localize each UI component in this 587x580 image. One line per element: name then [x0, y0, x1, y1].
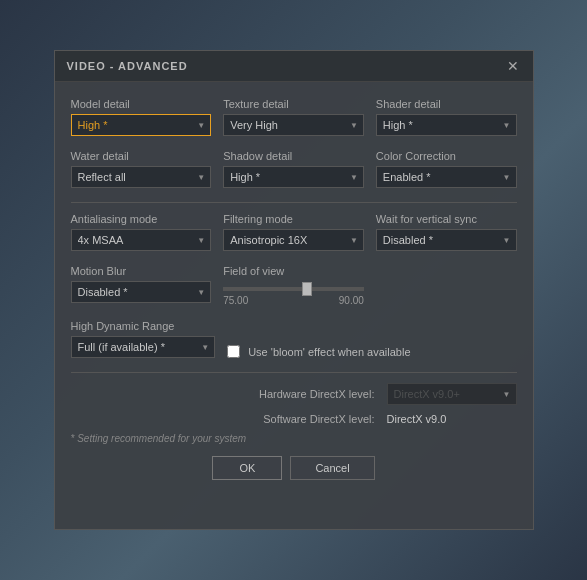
- fov-group: Field of view 75.00 90.00: [223, 265, 364, 306]
- dialog-title-bar: VIDEO - ADVANCED ✕: [55, 51, 533, 82]
- cancel-button[interactable]: Cancel: [290, 456, 374, 480]
- bloom-label: Use 'bloom' effect when available: [248, 346, 410, 358]
- bloom-checkbox-row: Use 'bloom' effect when available: [227, 345, 516, 358]
- shadow-detail-group: Shadow detail Low Medium High * Very Hig…: [223, 150, 364, 188]
- footnote: * Setting recommended for your system: [71, 433, 517, 444]
- texture-detail-label: Texture detail: [223, 98, 364, 110]
- row-1: Model detail High * Low Medium Very High…: [71, 98, 517, 136]
- bloom-group: Use 'bloom' effect when available: [227, 320, 516, 358]
- video-advanced-dialog: VIDEO - ADVANCED ✕ Model detail High * L…: [54, 50, 534, 530]
- fov-min: 75.00: [223, 295, 248, 306]
- vsync-label: Wait for vertical sync: [376, 213, 517, 225]
- shader-detail-label: Shader detail: [376, 98, 517, 110]
- fov-slider[interactable]: [223, 287, 364, 291]
- row-4: Motion Blur Disabled * Enabled Field of …: [71, 265, 517, 306]
- shader-detail-wrapper: Low Medium High * Very High: [376, 114, 517, 136]
- close-button[interactable]: ✕: [505, 59, 521, 73]
- antialiasing-label: Antialiasing mode: [71, 213, 212, 225]
- hardware-directx-select: DirectX v9.0+: [387, 383, 517, 405]
- antialiasing-group: Antialiasing mode None 2x MSAA 4x MSAA 8…: [71, 213, 212, 251]
- hdr-wrapper: Off Full (if available) *: [71, 336, 216, 358]
- shader-detail-group: Shader detail Low Medium High * Very Hig…: [376, 98, 517, 136]
- color-correction-label: Color Correction: [376, 150, 517, 162]
- divider-1: [71, 202, 517, 203]
- motion-blur-wrapper: Disabled * Enabled: [71, 281, 212, 303]
- filtering-group: Filtering mode Bilinear Trilinear Anisot…: [223, 213, 364, 251]
- filtering-wrapper: Bilinear Trilinear Anisotropic 4X Anisot…: [223, 229, 364, 251]
- motion-blur-label: Motion Blur: [71, 265, 212, 277]
- texture-detail-group: Texture detail Low Medium High Very High: [223, 98, 364, 136]
- dialog-body: Model detail High * Low Medium Very High…: [55, 82, 533, 496]
- shadow-detail-label: Shadow detail: [223, 150, 364, 162]
- hardware-directx-label: Hardware DirectX level:: [259, 388, 375, 400]
- shadow-detail-select[interactable]: Low Medium High * Very High: [223, 166, 364, 188]
- fov-labels: 75.00 90.00: [223, 295, 364, 306]
- button-row: OK Cancel: [71, 456, 517, 480]
- color-correction-group: Color Correction Disabled Enabled *: [376, 150, 517, 188]
- water-detail-label: Water detail: [71, 150, 212, 162]
- shader-detail-select[interactable]: Low Medium High * Very High: [376, 114, 517, 136]
- motion-blur-select[interactable]: Disabled * Enabled: [71, 281, 212, 303]
- fov-spacer: [376, 265, 517, 306]
- model-detail-group: Model detail High * Low Medium Very High: [71, 98, 212, 136]
- water-detail-group: Water detail No reflections Reflect worl…: [71, 150, 212, 188]
- antialiasing-wrapper: None 2x MSAA 4x MSAA 8x MSAA: [71, 229, 212, 251]
- filtering-label: Filtering mode: [223, 213, 364, 225]
- model-detail-wrapper: High * Low Medium Very High: [71, 114, 212, 136]
- model-detail-label: Model detail: [71, 98, 212, 110]
- row-5: High Dynamic Range Off Full (if availabl…: [71, 320, 517, 358]
- vsync-wrapper: Disabled * Enabled: [376, 229, 517, 251]
- filtering-select[interactable]: Bilinear Trilinear Anisotropic 4X Anisot…: [223, 229, 364, 251]
- motion-blur-group: Motion Blur Disabled * Enabled: [71, 265, 212, 306]
- texture-detail-wrapper: Low Medium High Very High: [223, 114, 364, 136]
- software-directx-label: Software DirectX level:: [263, 413, 374, 425]
- shadow-detail-wrapper: Low Medium High * Very High: [223, 166, 364, 188]
- divider-2: [71, 372, 517, 373]
- ok-button[interactable]: OK: [212, 456, 282, 480]
- bloom-checkbox[interactable]: [227, 345, 240, 358]
- software-directx-row: Software DirectX level: DirectX v9.0: [71, 413, 517, 425]
- row-3: Antialiasing mode None 2x MSAA 4x MSAA 8…: [71, 213, 517, 251]
- vsync-group: Wait for vertical sync Disabled * Enable…: [376, 213, 517, 251]
- hdr-label: High Dynamic Range: [71, 320, 216, 332]
- texture-detail-select[interactable]: Low Medium High Very High: [223, 114, 364, 136]
- software-directx-value: DirectX v9.0: [387, 413, 517, 425]
- vsync-select[interactable]: Disabled * Enabled: [376, 229, 517, 251]
- hardware-directx-row: Hardware DirectX level: DirectX v9.0+: [71, 383, 517, 405]
- fov-max: 90.00: [339, 295, 364, 306]
- water-detail-select[interactable]: No reflections Reflect world Reflect all: [71, 166, 212, 188]
- hdr-group: High Dynamic Range Off Full (if availabl…: [71, 320, 216, 358]
- antialiasing-select[interactable]: None 2x MSAA 4x MSAA 8x MSAA: [71, 229, 212, 251]
- color-correction-select[interactable]: Disabled Enabled *: [376, 166, 517, 188]
- color-correction-wrapper: Disabled Enabled *: [376, 166, 517, 188]
- fov-slider-container: 75.00 90.00: [223, 281, 364, 306]
- hdr-select[interactable]: Off Full (if available) *: [71, 336, 216, 358]
- model-detail-select[interactable]: High * Low Medium Very High: [71, 114, 212, 136]
- row-2: Water detail No reflections Reflect worl…: [71, 150, 517, 188]
- hardware-directx-wrapper: DirectX v9.0+: [387, 383, 517, 405]
- fov-label: Field of view: [223, 265, 364, 277]
- water-detail-wrapper: No reflections Reflect world Reflect all: [71, 166, 212, 188]
- dialog-title: VIDEO - ADVANCED: [67, 60, 188, 72]
